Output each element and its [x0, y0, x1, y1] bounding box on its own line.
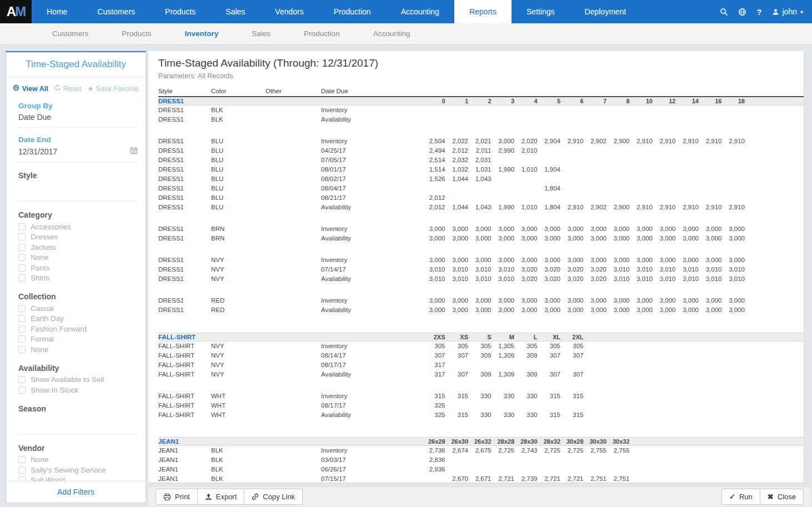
nav-item-settings[interactable]: Settings [512, 0, 570, 23]
subnav-item-products[interactable]: Products [105, 29, 168, 38]
size-header: 2 [470, 97, 494, 106]
nav-item-vendors[interactable]: Vendors [260, 0, 318, 23]
group-by-value[interactable]: Date Due [18, 113, 138, 122]
cell-qty: 1,309 [494, 370, 517, 379]
cell-qty: 3,000 [655, 305, 678, 315]
checkbox[interactable] [18, 274, 26, 282]
cell-qty [724, 155, 748, 165]
cell-qty [563, 155, 586, 165]
globe-icon[interactable] [738, 8, 746, 16]
checkbox[interactable] [18, 346, 26, 353]
nav-item-customers[interactable]: Customers [82, 0, 150, 23]
cell-qty [586, 165, 609, 174]
add-filters-link[interactable]: Add Filters [6, 481, 146, 503]
export-button[interactable]: Export [197, 489, 245, 505]
cell-qty: 2,910 [632, 203, 655, 212]
close-button[interactable]: ✖Close [760, 489, 804, 505]
report-row: DRESS1NVYAvailability3,0103,0103,0103,01… [158, 274, 804, 284]
cell-other [265, 234, 321, 243]
view-all-link[interactable]: View All [13, 84, 48, 93]
nav-item-deployment[interactable]: Deployment [570, 0, 641, 23]
style-filter-input[interactable] [18, 182, 138, 195]
checkbox[interactable] [18, 325, 26, 333]
cell-qty: 2,494 [424, 146, 448, 155]
cell-qty: 3,000 [609, 255, 632, 265]
cell-qty [586, 174, 609, 184]
cell-qty: 3,010 [655, 274, 678, 284]
report-row: DRESS1NVYInventory3,0003,0003,0003,0003,… [158, 255, 804, 265]
cell-qty [632, 410, 655, 420]
cell-color: BLU [211, 174, 265, 184]
subnav-item-customers[interactable]: Customers [36, 29, 105, 38]
cell-qty [701, 465, 724, 474]
help-icon[interactable]: ? [756, 7, 761, 17]
cell-qty [609, 146, 632, 155]
nav-item-production[interactable]: Production [319, 0, 386, 23]
cell-qty: 2,902 [586, 203, 609, 212]
filter-option-none: None [18, 344, 138, 355]
size-header [632, 333, 655, 341]
checkbox[interactable] [18, 305, 26, 312]
print-button[interactable]: Print [156, 489, 198, 505]
checkbox[interactable] [18, 335, 26, 343]
checkbox[interactable] [18, 233, 26, 240]
cell-qty [586, 360, 609, 370]
cell-qty: 3,020 [563, 265, 586, 274]
save-favorite-link[interactable]: ★Save Favorite [87, 84, 138, 93]
checkbox[interactable] [18, 315, 26, 322]
subnav-item-accounting[interactable]: Accounting [357, 29, 427, 38]
nav-item-home[interactable]: Home [32, 0, 82, 23]
cell-qty: 2,900 [609, 137, 632, 146]
cell-qty [586, 193, 609, 203]
top-nav-right: ? john ▾ [720, 0, 812, 23]
subnav-item-sales[interactable]: Sales [235, 29, 287, 38]
run-button[interactable]: ✓Run [721, 489, 760, 505]
cell-qty: 3,000 [724, 255, 748, 265]
cell-style: DRESS1 [158, 234, 211, 243]
cell-style: JEAN1 [158, 465, 211, 474]
cell-qty: 2,910 [563, 203, 586, 212]
checkbox[interactable] [18, 264, 26, 272]
nav-item-reports[interactable]: Reports [454, 0, 512, 23]
report-row: DRESS1BLU07/05/172,5142,0322,031 [158, 155, 804, 165]
filter-option-accessories: Accessories [18, 222, 138, 232]
nav-item-accounting[interactable]: Accounting [386, 0, 454, 23]
checkbox[interactable] [18, 254, 26, 261]
date-end-value[interactable]: 12/31/2017 [18, 147, 57, 156]
group-name[interactable]: JEAN1 [158, 438, 424, 446]
checkbox[interactable] [18, 223, 26, 230]
cell-qty [563, 146, 586, 155]
checkbox[interactable] [18, 386, 26, 394]
reset-link[interactable]: Reset [54, 84, 82, 93]
cell-qty: 305 [563, 341, 586, 351]
checkbox[interactable] [18, 244, 26, 251]
cell-qty: 2,012 [424, 193, 448, 203]
cell-color: WHT [211, 391, 265, 401]
cell-qty: 3,000 [540, 296, 563, 305]
user-menu[interactable]: john ▾ [772, 7, 804, 16]
app-logo[interactable]: AM [0, 0, 32, 23]
cell-qty: 1,043 [470, 203, 494, 212]
group-name[interactable]: DRESS1 [158, 97, 424, 106]
cell-qty [632, 465, 655, 474]
nav-item-products[interactable]: Products [150, 0, 210, 23]
subnav-item-production[interactable]: Production [287, 29, 357, 38]
nav-item-sales[interactable]: Sales [210, 0, 260, 23]
checkbox[interactable] [18, 456, 26, 463]
copy-link-button[interactable]: Copy Link [244, 489, 303, 505]
cell-qty [448, 465, 471, 474]
cell-qty [586, 401, 609, 410]
checkbox[interactable] [18, 466, 26, 474]
cell-qty [517, 106, 540, 116]
search-icon[interactable] [720, 8, 728, 16]
cell-qty: 3,010 [609, 274, 632, 284]
option-label: None [31, 345, 48, 354]
cell-qty [517, 401, 540, 410]
subnav-item-inventory[interactable]: Inventory [168, 29, 235, 38]
cell-color: BLK [211, 455, 265, 465]
cell-qty: 2,910 [724, 137, 748, 146]
calendar-icon[interactable] [130, 147, 138, 156]
group-name[interactable]: FALL-SHIRT [158, 333, 424, 341]
checkbox[interactable] [18, 376, 26, 383]
cell-other [265, 165, 321, 174]
